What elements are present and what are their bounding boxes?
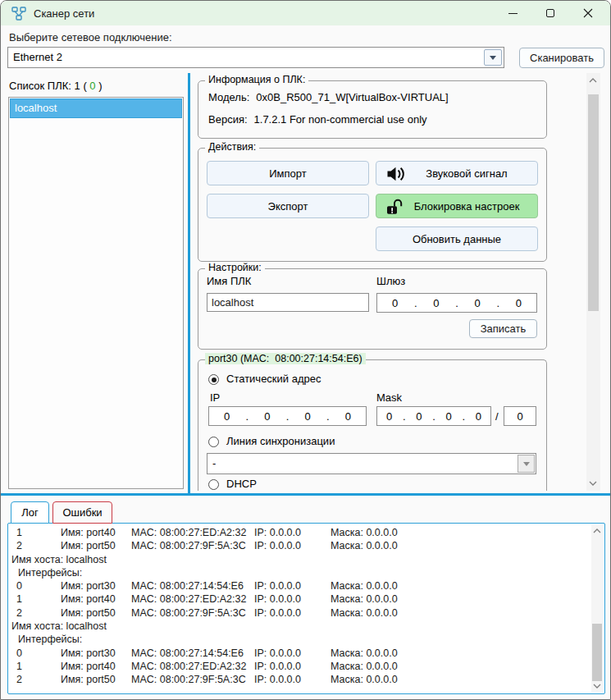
- connection-dropdown-button[interactable]: [484, 49, 502, 66]
- log-line: 0Имя: port30MAC: 08:00:27:14:54:E6IP: 0.…: [8, 647, 590, 660]
- vertical-splitter[interactable]: [188, 73, 190, 493]
- lock-settings-button-label: Блокировка настроек: [394, 200, 520, 213]
- plc-list-label: Список ПЛК: 1 ( 0 ): [9, 80, 103, 92]
- log-lines: 1Имя: port40MAC: 08:00:27:ED:A2:32IP: 0.…: [8, 526, 590, 687]
- ip-label: IP: [210, 391, 220, 404]
- mask-input[interactable]: 0.0.0.0: [376, 406, 491, 426]
- import-button[interactable]: Импорт: [207, 161, 369, 185]
- plc-name-input[interactable]: [207, 293, 369, 312]
- settings-legend: Настройки:: [205, 262, 265, 273]
- window-title: Сканер сети: [34, 7, 94, 20]
- sound-button[interactable]: Звуковой сигнал: [376, 161, 538, 185]
- static-ip-input[interactable]: 0.0.0.0: [208, 406, 367, 426]
- plc-info-legend: Информация о ПЛК:: [205, 74, 308, 85]
- model-label: Модель:: [208, 91, 249, 103]
- horizontal-splitter[interactable]: [1, 493, 611, 496]
- log-output: 1Имя: port40MAC: 08:00:27:ED:A2:32IP: 0.…: [7, 523, 605, 694]
- scroll-up-icon[interactable]: [589, 78, 597, 83]
- scroll-up-icon[interactable]: [593, 528, 601, 533]
- plc-info-group: Информация о ПЛК: Модель:0x0B_R500_71_W[…: [198, 80, 547, 139]
- log-line: 0Имя: port30MAC: 08:00:27:14:54:E6IP: 0.…: [8, 579, 590, 592]
- sync-dropdown-button[interactable]: [518, 455, 535, 473]
- plc-list-item[interactable]: localhost: [10, 98, 182, 118]
- app-window: Сканер сети Выберите сетевое подключение…: [0, 0, 611, 700]
- plc-found-count: 0: [89, 80, 95, 92]
- chevron-down-icon: [523, 462, 530, 466]
- tab-errors[interactable]: Ошибки: [52, 501, 112, 524]
- log-line: Имя хоста: localhost: [8, 620, 590, 633]
- actions-group: Действия: Импорт Экспорт Звуковой сигнал…: [198, 148, 547, 262]
- dhcp-label[interactable]: DHCP: [226, 478, 257, 490]
- speaker-icon: [385, 165, 405, 183]
- model-row: Модель:0x0B_R500_71_W[VirtualBox-VIRTUAL…: [208, 91, 449, 103]
- chevron-down-icon: [490, 56, 496, 60]
- sync-line-radio[interactable]: [208, 437, 219, 447]
- gateway-ip-input[interactable]: 0.0.0.0: [376, 293, 537, 313]
- log-line: 1Имя: port40MAC: 08:00:27:ED:A2:32IP: 0.…: [8, 526, 590, 539]
- scroll-down-icon[interactable]: [589, 481, 597, 486]
- connection-label: Выберите сетевое подключение:: [9, 31, 172, 43]
- sync-line-label[interactable]: Линия синхронизации: [226, 435, 335, 447]
- maximize-button[interactable]: [531, 1, 569, 25]
- maximize-icon: [546, 9, 554, 17]
- settings-group: Настройки: Имя ПЛК Шлюз 0.0.0.0 Записать: [198, 268, 547, 350]
- write-button[interactable]: Записать: [469, 319, 537, 338]
- static-address-radio[interactable]: [208, 374, 219, 385]
- unlock-icon: [385, 198, 404, 216]
- minimize-button[interactable]: [494, 1, 531, 25]
- plc-name-label: Имя ПЛК: [207, 275, 251, 287]
- model-value: 0x0B_R500_71_W[VirtualBox-VIRTUAL]: [256, 91, 448, 103]
- log-scrollbar[interactable]: [591, 525, 603, 692]
- title-bar: Сканер сети: [1, 1, 610, 25]
- network-scan-icon: [11, 7, 26, 21]
- panel-scrollbar[interactable]: [586, 73, 600, 491]
- close-icon: [583, 8, 593, 18]
- prefix-slash: /: [495, 410, 499, 423]
- prefix-input[interactable]: 0: [504, 406, 536, 426]
- log-line: 2Имя: port50MAC: 08:00:27:9F:5A:3CIP: 0.…: [8, 606, 590, 620]
- log-scrollbar-thumb[interactable]: [592, 624, 602, 681]
- window-controls: [494, 1, 607, 25]
- scroll-down-icon[interactable]: [593, 684, 601, 689]
- scan-button[interactable]: Сканировать: [519, 48, 604, 68]
- version-row: Версия:1.7.2.1 For non-commercial use on…: [208, 113, 427, 126]
- log-line: 1Имя: port40MAC: 08:00:27:ED:A2:32IP: 0.…: [8, 660, 590, 673]
- export-button[interactable]: Экспорт: [207, 194, 369, 218]
- log-line: Интерфейсы:: [8, 566, 590, 579]
- port30-legend: port30 (MAC: 08:00:27:14:54:E6): [205, 353, 366, 364]
- static-address-label[interactable]: Статический адрес: [226, 373, 321, 385]
- log-line: 1Имя: port40MAC: 08:00:27:ED:A2:32IP: 0.…: [8, 592, 590, 606]
- minimize-icon: [508, 13, 518, 14]
- log-line: Имя хоста: localhost: [8, 553, 590, 566]
- dhcp-radio[interactable]: [208, 479, 219, 490]
- lock-settings-button[interactable]: Блокировка настроек: [376, 194, 538, 218]
- version-label: Версия:: [208, 113, 248, 126]
- sync-line-select[interactable]: -: [207, 453, 536, 474]
- refresh-button[interactable]: Обновить данные: [376, 226, 538, 251]
- sound-button-label: Звуковой сигнал: [406, 167, 507, 180]
- log-line: 2Имя: port50MAC: 08:00:27:9F:5A:3CIP: 0.…: [8, 673, 590, 686]
- connection-select[interactable]: Ethernet 2: [7, 47, 504, 68]
- mask-label: Mask: [376, 391, 402, 404]
- panel-scrollbar-thumb[interactable]: [588, 94, 599, 311]
- actions-legend: Действия:: [205, 141, 259, 153]
- close-button[interactable]: [569, 1, 607, 25]
- plc-listbox[interactable]: localhost: [8, 97, 184, 489]
- tab-log[interactable]: Лог: [11, 501, 49, 524]
- sync-line-value: -: [212, 457, 216, 469]
- version-value: 1.7.2.1 For non-commercial use only: [254, 113, 427, 126]
- log-line: 2Имя: port50MAC: 08:00:27:9F:5A:3CIP: 0.…: [8, 539, 590, 552]
- gateway-label: Шлюз: [376, 275, 405, 287]
- port30-group: port30 (MAC: 08:00:27:14:54:E6) Статичес…: [198, 359, 547, 491]
- connection-value: Ethernet 2: [13, 51, 62, 63]
- log-line: Интерфейсы:: [8, 633, 590, 646]
